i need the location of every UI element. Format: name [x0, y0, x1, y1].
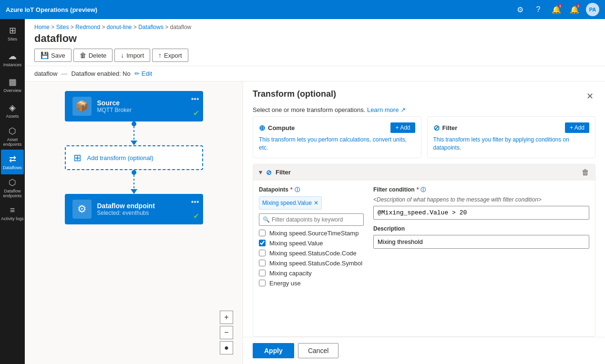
sidebar-item-instances[interactable]: ☁ Instances — [1, 47, 24, 71]
compute-add-button[interactable]: + Add — [390, 122, 415, 133]
sidebar-item-asset-endpoints[interactable]: ⬡ Asset endpoints — [1, 124, 24, 149]
endpoint-node-menu[interactable]: ••• — [191, 198, 199, 206]
sidebar-item-label-instances: Instances — [3, 63, 22, 68]
notification-icon-1[interactable]: 🔔1 — [550, 3, 563, 16]
checkbox-item-2[interactable]: Mixing speed.Value — [259, 240, 364, 247]
source-node-menu[interactable]: ••• — [191, 95, 199, 103]
endpoint-node[interactable]: ⚙ Dataflow endpoint Selected: eventhubs … — [65, 194, 203, 224]
filter-title: Filter — [442, 124, 458, 131]
sidebar-item-label-sites: Sites — [8, 37, 17, 42]
learn-more-link[interactable]: Learn more ↗ — [367, 106, 406, 113]
page-header: dataflow — [25, 30, 605, 49]
tag-remove-button[interactable]: ✕ — [314, 200, 318, 206]
badge-2: 1 — [576, 4, 580, 8]
dataflows-icon: ⇄ — [9, 154, 16, 164]
breadcrumb-donut-line[interactable]: donut-line — [107, 24, 132, 30]
compute-desc: This transform lets you perform calculat… — [259, 136, 415, 152]
checkbox-item-1[interactable]: Mixing speed.SourceTimeStamp — [259, 230, 364, 237]
badge-1: 1 — [558, 4, 562, 8]
sidebar-item-overview[interactable]: ▦ Overview — [1, 72, 24, 97]
zoom-in-button[interactable]: + — [220, 311, 233, 324]
checkbox-5[interactable] — [259, 270, 266, 276]
delete-label: Delete — [89, 52, 107, 59]
filter-condition-input[interactable] — [373, 206, 589, 220]
filter-body: Datapoints * ⓘ Mixing speed.Value ✕ — [253, 181, 595, 336]
filter-add-button[interactable]: + Add — [565, 122, 589, 133]
sidebar-item-assets[interactable]: ◈ Assets — [1, 98, 24, 123]
cancel-button[interactable]: Cancel — [298, 343, 339, 358]
endpoint-node-title: Dataflow endpoint — [97, 202, 195, 210]
avatar[interactable]: PA — [586, 3, 599, 16]
sidebar-item-sites[interactable]: ⊞ Sites — [1, 21, 24, 46]
export-button[interactable]: ↑ Export — [152, 49, 188, 62]
edit-icon: ✏ — [134, 70, 140, 77]
connector-line-2 — [133, 175, 134, 189]
checkbox-2[interactable] — [259, 240, 266, 246]
datapoints-info-icon[interactable]: ⓘ — [295, 186, 300, 193]
checkbox-item-3[interactable]: Mixing speed.StatusCode.Code — [259, 250, 364, 257]
settings-icon[interactable]: ⚙ — [513, 3, 527, 16]
datapoints-search-input[interactable] — [259, 213, 364, 226]
collapse-icon[interactable]: ▾ — [259, 169, 262, 176]
transform-panel: Transform (optional) ✕ Select one or mor… — [243, 81, 605, 364]
flow-canvas: 📦 Source MQTT Broker ••• ✔ ⊞ — [25, 81, 243, 364]
notification-icon-2[interactable]: 🔔1 — [568, 3, 581, 16]
import-icon: ↓ — [121, 51, 124, 59]
filter-delete-button[interactable]: 🗑 — [582, 168, 589, 177]
apply-button[interactable]: Apply — [253, 343, 294, 358]
checkbox-item-6[interactable]: Energy use — [259, 280, 364, 287]
description-label: Description — [373, 225, 589, 232]
transform-node-text: Add transform (optional) — [87, 154, 154, 162]
panel-close-button[interactable]: ✕ — [584, 89, 595, 103]
checkbox-1[interactable] — [259, 230, 266, 236]
export-icon: ↑ — [158, 51, 162, 59]
app-layout: ⊞ Sites ☁ Instances ▦ Overview ◈ Assets … — [0, 19, 605, 364]
sub-header-status: Dataflow enabled: No — [71, 70, 130, 77]
checkbox-label-2: Mixing speed.Value — [269, 240, 323, 247]
dataflow-endpoints-icon: ⬡ — [9, 177, 16, 188]
connector-dot-1 — [132, 121, 136, 126]
sidebar-item-dataflow-endpoints[interactable]: ⬡ Dataflow endpoints — [1, 175, 24, 200]
sidebar-item-activity-logs[interactable]: ≡ Activity logs — [1, 201, 24, 226]
panel-title: Transform (optional) — [253, 89, 336, 99]
help-icon[interactable]: ? — [532, 3, 545, 16]
checkbox-item-4[interactable]: Mixing speed.StatusCode.Symbol — [259, 260, 364, 267]
transform-node[interactable]: ⊞ Add transform (optional) — [65, 145, 203, 170]
breadcrumb-home[interactable]: Home — [34, 24, 50, 30]
filter-left: Datapoints * ⓘ Mixing speed.Value ✕ — [259, 186, 364, 331]
connector-dot-2 — [132, 170, 136, 175]
nav-title: Azure IoT Operations (preview) — [6, 6, 510, 13]
source-node[interactable]: 📦 Source MQTT Broker ••• ✔ — [65, 91, 203, 121]
breadcrumb-dataflows[interactable]: Dataflows — [138, 24, 164, 30]
connector-arrow-1 — [131, 141, 137, 145]
checkbox-3[interactable] — [259, 250, 266, 256]
description-input[interactable] — [373, 235, 589, 249]
canvas-controls: + − ● — [220, 311, 233, 354]
filter-card: ⊘ Filter + Add This transform lets you f… — [427, 116, 596, 158]
checkbox-item-5[interactable]: Mixing capacity — [259, 270, 364, 277]
source-node-check: ✔ — [193, 109, 199, 118]
import-button[interactable]: ↓ Import — [114, 49, 150, 62]
checkbox-label-3: Mixing speed.StatusCode.Code — [269, 250, 357, 257]
checkbox-6[interactable] — [259, 280, 266, 286]
zoom-out-button[interactable]: − — [220, 326, 233, 339]
filter-condition-desc: <Description of what happens to the mess… — [373, 196, 589, 203]
delete-button[interactable]: 🗑 Delete — [73, 49, 113, 62]
checkbox-4[interactable] — [259, 260, 266, 266]
panel-footer: Apply Cancel — [243, 337, 605, 364]
instances-icon: ☁ — [8, 51, 17, 61]
sidebar-item-dataflows[interactable]: ⇄ Dataflows — [1, 150, 24, 174]
filter-condition-info-icon[interactable]: ⓘ — [420, 186, 426, 193]
sub-header-name: dataflow — [34, 70, 57, 77]
save-button[interactable]: 💾 Save — [34, 49, 72, 62]
sidebar-item-label-assets: Assets — [6, 114, 19, 119]
filter-required-star: * — [417, 186, 419, 193]
datapoints-label: Datapoints * ⓘ — [259, 186, 364, 193]
fit-button[interactable]: ● — [220, 341, 233, 354]
edit-button[interactable]: ✏ Edit — [134, 70, 152, 77]
sidebar-item-label-asset-endpoints: Asset endpoints — [1, 138, 24, 147]
compute-icon: ⊕ — [259, 123, 265, 132]
breadcrumb-sites[interactable]: Sites — [56, 24, 69, 30]
breadcrumb-redmond[interactable]: Redmond — [75, 24, 100, 30]
import-label: Import — [126, 52, 144, 59]
